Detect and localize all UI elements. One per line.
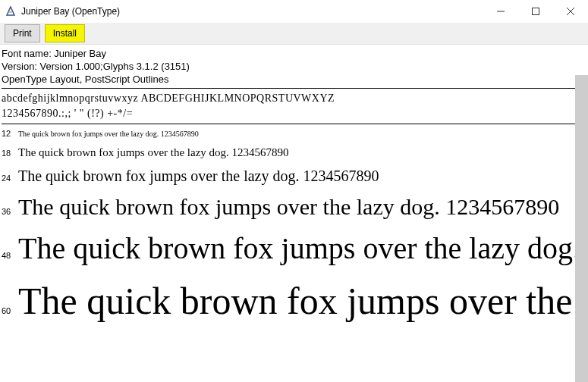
maximize-button[interactable] [518,0,553,23]
sample-text: The quick brown fox jumps over the lazy … [18,227,577,270]
meta-font-name: Font name: Juniper Bay [2,48,577,60]
size-label: 36 [2,207,18,216]
window-controls [483,0,588,23]
size-label: 24 [2,174,18,183]
waterfall-row: 24The quick brown fox jumps over the laz… [2,165,577,186]
toolbar: Print Install [0,23,588,45]
waterfall-row: 12The quick brown fox jumps over the laz… [2,129,577,139]
print-button[interactable]: Print [5,24,40,42]
minimize-button[interactable] [483,0,518,23]
waterfall-row: 36The quick brown fox jumps over the laz… [2,191,577,223]
size-label: 12 [2,129,18,138]
sample-text: The quick brown fox jumps over the lazy … [18,129,577,139]
sample-text: The quick brown fox jumps over the lazy … [18,191,577,223]
meta-layout: OpenType Layout, PostScript Outlines [2,74,577,86]
window-title: Juniper Bay (OpenType) [21,6,120,17]
meta-version: Version: Version 1.000;Glyphs 3.1.2 (315… [2,61,577,73]
size-label: 60 [2,306,18,315]
titlebar: Juniper Bay (OpenType) [0,0,588,23]
sample-text: The quick brown fox jumps over the lazy … [18,144,577,161]
scroll-thumb[interactable] [575,75,588,382]
waterfall-row: 60The quick brown fox jumps over the laz… [2,274,577,327]
close-button[interactable] [553,0,588,23]
install-button[interactable]: Install [45,24,85,42]
vertical-scrollbar[interactable] [575,75,588,382]
font-preview-pane: Font name: Juniper Bay Version: Version … [0,45,588,382]
waterfall-row: 48The quick brown fox jumps over the laz… [2,227,577,270]
charset-symbols: 1234567890.:,; ' " (!?) +-*/= [2,106,577,121]
sample-text: The quick brown fox jumps over the lazy … [18,274,577,327]
app-icon [5,5,17,17]
sample-text: The quick brown fox jumps over the lazy … [18,165,577,186]
separator [2,88,577,89]
charset-alpha: abcdefghijklmnopqrstuvwxyz ABCDEFGHIJKLM… [2,91,577,106]
waterfall-row: 18The quick brown fox jumps over the laz… [2,144,577,161]
waterfall: 12The quick brown fox jumps over the laz… [2,129,577,327]
svg-rect-1 [533,8,539,15]
size-label: 18 [2,149,18,158]
size-label: 48 [2,251,18,260]
separator [2,124,577,124]
